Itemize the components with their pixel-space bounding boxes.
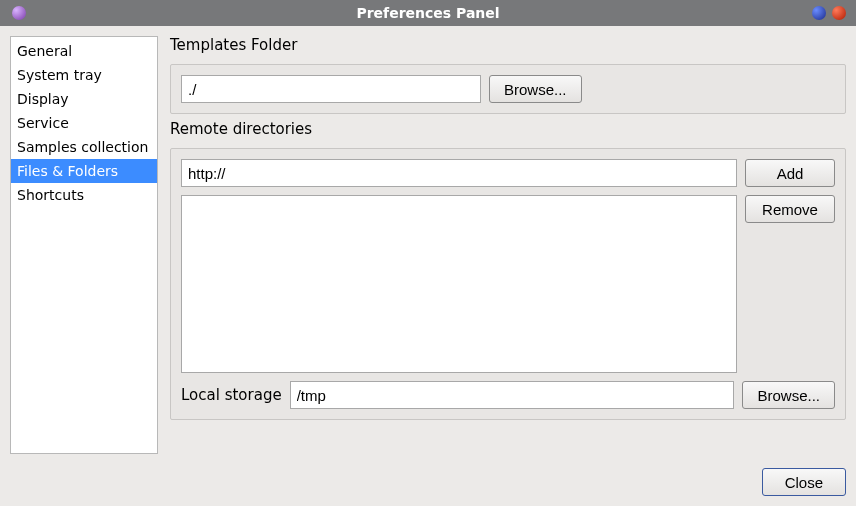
sidebar: General System tray Display Service Samp… (10, 36, 158, 454)
remove-button[interactable]: Remove (745, 195, 835, 223)
footer: Close (10, 458, 846, 496)
add-button[interactable]: Add (745, 159, 835, 187)
sidebar-item-service[interactable]: Service (11, 111, 157, 135)
titlebar: Preferences Panel (0, 0, 856, 26)
sidebar-item-label: Samples collection (17, 139, 148, 155)
local-storage-input[interactable] (290, 381, 735, 409)
remote-url-input[interactable] (181, 159, 737, 187)
sidebar-item-general[interactable]: General (11, 39, 157, 63)
sidebar-item-label: Files & Folders (17, 163, 118, 179)
sidebar-item-label: Service (17, 115, 69, 131)
templates-path-input[interactable] (181, 75, 481, 103)
local-storage-label: Local storage (181, 386, 282, 404)
close-button[interactable]: Close (762, 468, 846, 496)
local-browse-button[interactable]: Browse... (742, 381, 835, 409)
sidebar-item-display[interactable]: Display (11, 87, 157, 111)
sidebar-item-label: Display (17, 91, 69, 107)
sidebar-item-label: System tray (17, 67, 102, 83)
remote-directories-panel: Add Remove Local storage Browse... (170, 148, 846, 420)
sidebar-item-shortcuts[interactable]: Shortcuts (11, 183, 157, 207)
remote-directories-label: Remote directories (170, 120, 846, 138)
sidebar-item-label: Shortcuts (17, 187, 84, 203)
sidebar-item-system-tray[interactable]: System tray (11, 63, 157, 87)
templates-folder-label: Templates Folder (170, 36, 846, 54)
sidebar-item-label: General (17, 43, 72, 59)
app-icon (12, 6, 26, 20)
sidebar-item-samples-collection[interactable]: Samples collection (11, 135, 157, 159)
window-title: Preferences Panel (0, 5, 856, 21)
templates-folder-panel: Browse... (170, 64, 846, 114)
minimize-icon[interactable] (812, 6, 826, 20)
content-pane: Templates Folder Browse... Remote direct… (170, 36, 846, 458)
sidebar-item-files-folders[interactable]: Files & Folders (11, 159, 157, 183)
templates-browse-button[interactable]: Browse... (489, 75, 582, 103)
remote-directories-list[interactable] (181, 195, 737, 373)
close-window-icon[interactable] (832, 6, 846, 20)
